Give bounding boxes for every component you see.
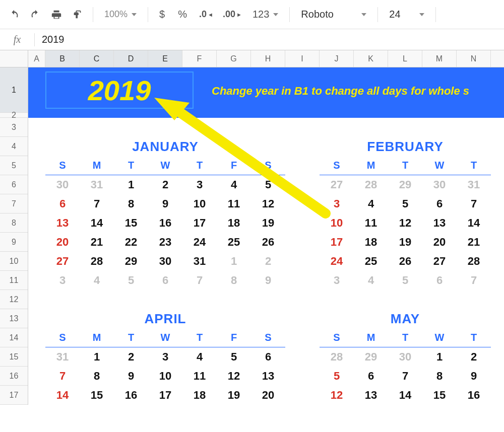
calendar-day[interactable]: 19 (388, 233, 422, 252)
calendar-day[interactable]: 2 (114, 347, 148, 367)
calendar-day[interactable]: 18 (182, 386, 217, 405)
row-header-14[interactable]: 14 (0, 328, 28, 347)
calendar-day[interactable]: 26 (388, 252, 422, 271)
calendar-day[interactable]: 20 (422, 233, 457, 252)
column-header-G[interactable]: G (217, 50, 251, 67)
calendar-day[interactable]: 19 (217, 386, 251, 405)
calendar-day[interactable]: 15 (114, 213, 148, 233)
calendar-day[interactable]: 24 (182, 233, 217, 252)
row-header-13[interactable]: 13 (0, 309, 28, 328)
calendar-day[interactable]: 13 (251, 367, 285, 386)
column-header-D[interactable]: D (114, 50, 148, 67)
zoom-dropdown[interactable]: 100% (99, 6, 142, 24)
calendar-day[interactable]: 31 (457, 175, 491, 194)
calendar-day[interactable]: 19 (251, 213, 285, 233)
number-format-dropdown[interactable]: 123 (247, 6, 283, 24)
row-header-11[interactable]: 11 (0, 271, 28, 290)
calendar-day[interactable]: 29 (354, 347, 388, 367)
calendar-day[interactable]: 21 (80, 233, 114, 252)
calendar-day[interactable]: 12 (251, 194, 285, 213)
calendar-day[interactable]: 1 (114, 175, 148, 194)
calendar-day[interactable]: 5 (320, 367, 354, 386)
calendar-day[interactable]: 7 (45, 367, 80, 386)
column-header-N[interactable]: N (457, 50, 491, 67)
paint-format-button[interactable] (69, 6, 87, 24)
column-header-A[interactable]: A (28, 50, 45, 67)
calendar-day[interactable]: 10 (182, 194, 217, 213)
calendar-day[interactable]: 4 (217, 175, 251, 194)
calendar-day[interactable]: 30 (388, 347, 422, 367)
currency-button[interactable]: $ (154, 6, 170, 24)
calendar-day[interactable]: 2 (251, 252, 285, 271)
decrease-decimal-button[interactable]: .0◄ (195, 6, 217, 24)
calendar-day[interactable]: 27 (320, 175, 354, 194)
calendar-day[interactable]: 28 (354, 175, 388, 194)
calendar-day[interactable]: 14 (457, 213, 491, 233)
calendar-day[interactable]: 25 (217, 233, 251, 252)
calendar-day[interactable]: 13 (422, 213, 457, 233)
row-header-9[interactable]: 9 (0, 233, 28, 252)
row-header-5[interactable]: 5 (0, 156, 28, 175)
calendar-day[interactable]: 16 (457, 386, 491, 405)
row-header-4[interactable]: 4 (0, 137, 28, 156)
calendar-day[interactable]: 7 (80, 194, 114, 213)
column-header-I[interactable]: I (285, 50, 320, 67)
calendar-day[interactable]: 31 (45, 347, 80, 367)
calendar-day[interactable]: 25 (354, 252, 388, 271)
row-header-12[interactable]: 12 (0, 290, 28, 309)
calendar-day[interactable]: 5 (388, 194, 422, 213)
row-header-1[interactable]: 1 (0, 67, 28, 113)
undo-button[interactable] (5, 6, 23, 24)
calendar-day[interactable]: 30 (45, 175, 80, 194)
calendar-day[interactable]: 31 (182, 252, 217, 271)
calendar-day[interactable]: 18 (217, 213, 251, 233)
row-header-8[interactable]: 8 (0, 213, 28, 233)
increase-decimal-button[interactable]: .00► (220, 6, 244, 24)
calendar-day[interactable]: 8 (422, 367, 457, 386)
calendar-day[interactable]: 20 (251, 386, 285, 405)
column-header-B[interactable]: B (45, 50, 80, 67)
row-header-2[interactable]: 2 (0, 113, 28, 118)
calendar-day[interactable]: 29 (114, 252, 148, 271)
redo-button[interactable] (26, 6, 44, 24)
row-header-17[interactable]: 17 (0, 386, 28, 405)
calendar-day[interactable]: 3 (320, 271, 354, 290)
calendar-day[interactable]: 7 (182, 271, 217, 290)
calendar-day[interactable]: 12 (320, 386, 354, 405)
calendar-day[interactable]: 12 (217, 367, 251, 386)
calendar-day[interactable]: 13 (354, 386, 388, 405)
calendar-day[interactable]: 4 (354, 271, 388, 290)
row-header-7[interactable]: 7 (0, 194, 28, 213)
calendar-day[interactable]: 8 (217, 271, 251, 290)
calendar-day[interactable]: 4 (182, 347, 217, 367)
calendar-day[interactable]: 16 (114, 386, 148, 405)
percent-button[interactable]: % (173, 6, 192, 24)
calendar-day[interactable]: 9 (148, 194, 182, 213)
row-header-3[interactable]: 3 (0, 118, 28, 137)
cells-area[interactable]: 2019 Change year in B1 to change all day… (28, 67, 504, 405)
calendar-day[interactable]: 6 (45, 194, 80, 213)
calendar-day[interactable]: 14 (45, 386, 80, 405)
calendar-day[interactable]: 12 (388, 213, 422, 233)
calendar-day[interactable]: 28 (80, 252, 114, 271)
calendar-day[interactable]: 11 (217, 194, 251, 213)
calendar-day[interactable]: 7 (457, 271, 491, 290)
calendar-day[interactable]: 27 (45, 252, 80, 271)
column-header-M[interactable]: M (422, 50, 457, 67)
calendar-day[interactable]: 4 (80, 271, 114, 290)
print-button[interactable] (47, 6, 66, 24)
calendar-day[interactable]: 1 (80, 347, 114, 367)
calendar-day[interactable]: 20 (45, 233, 80, 252)
calendar-day[interactable]: 1 (422, 347, 457, 367)
calendar-day[interactable]: 5 (388, 271, 422, 290)
select-all-corner[interactable] (0, 50, 28, 67)
calendar-day[interactable]: 1 (217, 252, 251, 271)
calendar-day[interactable]: 31 (80, 175, 114, 194)
calendar-day[interactable]: 2 (148, 175, 182, 194)
column-header-E[interactable]: E (148, 50, 182, 67)
calendar-day[interactable]: 17 (320, 233, 354, 252)
calendar-day[interactable]: 21 (457, 233, 491, 252)
calendar-day[interactable]: 3 (320, 194, 354, 213)
calendar-day[interactable]: 17 (182, 213, 217, 233)
calendar-day[interactable]: 2 (457, 347, 491, 367)
